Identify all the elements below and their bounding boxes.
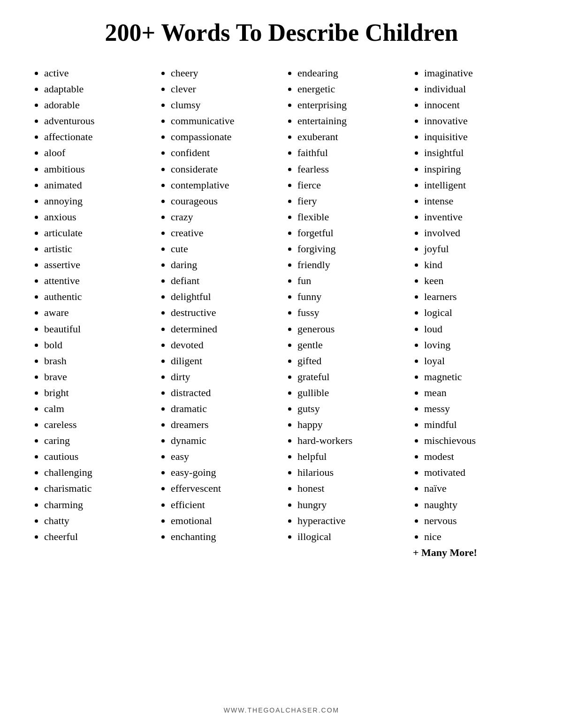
list-item: involved <box>424 225 530 241</box>
list-item: delightful <box>171 289 277 305</box>
list-item: effervescent <box>171 480 277 496</box>
columns-container: activeadaptableadorableadventurousaffect… <box>28 65 535 692</box>
list-item: determined <box>171 321 277 337</box>
list-item: hungry <box>297 497 403 513</box>
list-item: beautiful <box>44 321 150 337</box>
list-item: creative <box>171 225 277 241</box>
list-item: exuberant <box>297 129 403 145</box>
word-list-3: endearingenergeticenterprisingentertaini… <box>286 65 403 545</box>
list-item: affectionate <box>44 129 150 145</box>
list-item: chatty <box>44 513 150 529</box>
list-item: calm <box>44 401 150 417</box>
list-item: energetic <box>297 81 403 97</box>
list-item: mindful <box>424 417 530 433</box>
list-item: gentle <box>297 337 403 353</box>
list-item: loyal <box>424 353 530 369</box>
list-item: efficient <box>171 497 277 513</box>
word-list-4: imaginativeindividualinnocentinnovativei… <box>413 65 530 545</box>
list-item: forgetful <box>297 225 403 241</box>
list-item: brash <box>44 353 150 369</box>
list-item: bright <box>44 385 150 401</box>
list-item: generous <box>297 321 403 337</box>
list-item: inventive <box>424 209 530 225</box>
list-item: imaginative <box>424 65 530 81</box>
list-item: assertive <box>44 257 150 273</box>
list-item: distracted <box>171 385 277 401</box>
list-item: mischievous <box>424 433 530 449</box>
list-item: emotional <box>171 513 277 529</box>
list-item: dynamic <box>171 433 277 449</box>
list-item: diligent <box>171 353 277 369</box>
list-item: ambitious <box>44 161 150 177</box>
list-item: articulate <box>44 225 150 241</box>
column-1: activeadaptableadorableadventurousaffect… <box>28 65 155 692</box>
list-item: gutsy <box>297 401 403 417</box>
list-item: magnetic <box>424 369 530 385</box>
list-item: happy <box>297 417 403 433</box>
list-item: fussy <box>297 305 403 321</box>
list-item: crazy <box>171 209 277 225</box>
list-item: nice <box>424 529 530 545</box>
list-item: cheery <box>171 65 277 81</box>
list-item: devoted <box>171 337 277 353</box>
list-item: adaptable <box>44 81 150 97</box>
list-item: friendly <box>297 257 403 273</box>
list-item: hard-workers <box>297 433 403 449</box>
list-item: easy-going <box>171 465 277 480</box>
list-item: naïve <box>424 480 530 496</box>
column-2: cheerycleverclumsycommunicativecompassio… <box>155 65 282 692</box>
list-item: animated <box>44 177 150 193</box>
list-item: destructive <box>171 305 277 321</box>
list-item: motivated <box>424 465 530 480</box>
list-item: honest <box>297 480 403 496</box>
list-item: attentive <box>44 273 150 289</box>
more-text: + Many More! <box>413 547 530 559</box>
list-item: endearing <box>297 65 403 81</box>
list-item: flexible <box>297 209 403 225</box>
list-item: fierce <box>297 177 403 193</box>
word-list-1: activeadaptableadorableadventurousaffect… <box>33 65 150 545</box>
list-item: adorable <box>44 97 150 113</box>
list-item: artistic <box>44 241 150 257</box>
list-item: cheerful <box>44 529 150 545</box>
list-item: grateful <box>297 369 403 385</box>
list-item: caring <box>44 433 150 449</box>
list-item: logical <box>424 305 530 321</box>
list-item: annoying <box>44 193 150 209</box>
list-item: careless <box>44 417 150 433</box>
list-item: charismatic <box>44 480 150 496</box>
list-item: inspiring <box>424 161 530 177</box>
list-item: loud <box>424 321 530 337</box>
list-item: cute <box>171 241 277 257</box>
list-item: kind <box>424 257 530 273</box>
footer: WWW.THEGOALCHASER.COM <box>224 706 340 714</box>
list-item: dreamers <box>171 417 277 433</box>
list-item: innovative <box>424 113 530 129</box>
list-item: charming <box>44 497 150 513</box>
list-item: intelligent <box>424 177 530 193</box>
list-item: helpful <box>297 449 403 465</box>
list-item: clumsy <box>171 97 277 113</box>
list-item: challenging <box>44 465 150 480</box>
list-item: confident <box>171 145 277 161</box>
list-item: hilarious <box>297 465 403 480</box>
list-item: communicative <box>171 113 277 129</box>
list-item: keen <box>424 273 530 289</box>
list-item: inquisitive <box>424 129 530 145</box>
list-item: enterprising <box>297 97 403 113</box>
list-item: cautious <box>44 449 150 465</box>
list-item: mean <box>424 385 530 401</box>
list-item: insightful <box>424 145 530 161</box>
list-item: easy <box>171 449 277 465</box>
list-item: hyperactive <box>297 513 403 529</box>
list-item: gifted <box>297 353 403 369</box>
word-list-2: cheerycleverclumsycommunicativecompassio… <box>160 65 277 545</box>
list-item: defiant <box>171 273 277 289</box>
list-item: adventurous <box>44 113 150 129</box>
list-item: dirty <box>171 369 277 385</box>
list-item: entertaining <box>297 113 403 129</box>
page-title: 200+ Words To Describe Children <box>105 19 458 46</box>
list-item: aware <box>44 305 150 321</box>
list-item: individual <box>424 81 530 97</box>
list-item: modest <box>424 449 530 465</box>
